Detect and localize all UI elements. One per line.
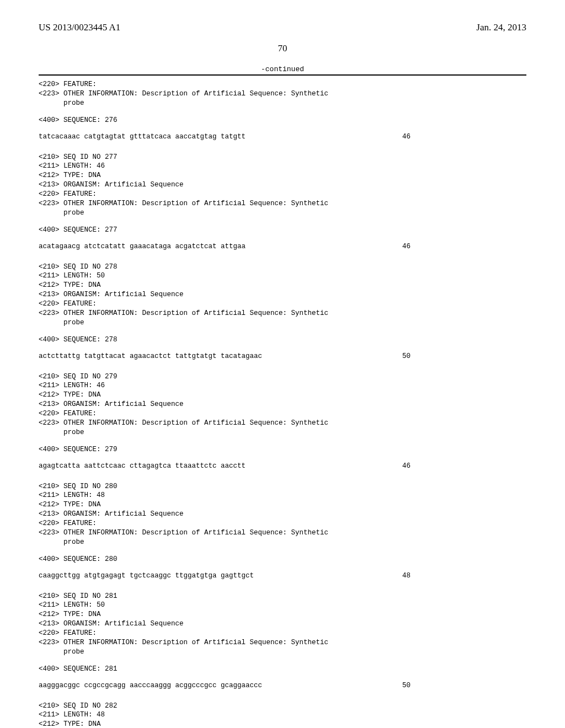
seq-meta: <210> SEQ ID NO 280 <211> LENGTH: 48 <21… bbox=[39, 482, 526, 547]
seq-length: 46 bbox=[402, 133, 526, 141]
seq-meta: <210> SEQ ID NO 277 <211> LENGTH: 46 <21… bbox=[39, 153, 526, 218]
seq-length: 46 bbox=[402, 243, 526, 250]
seq-text: caaggcttgg atgtgagagt tgctcaaggc ttggatg… bbox=[39, 572, 254, 580]
seq-meta: <210> SEQ ID NO 279 <211> LENGTH: 46 <21… bbox=[39, 372, 526, 437]
page-number: 70 bbox=[39, 43, 526, 54]
seq-header: <400> SEQUENCE: 280 bbox=[39, 555, 526, 564]
continued-label: -continued bbox=[39, 65, 526, 73]
seq-line: aagggacggc ccgccgcagg aacccaaggg acggccc… bbox=[39, 682, 526, 689]
seq-text: agagtcatta aattctcaac cttagagtca ttaaatt… bbox=[39, 462, 246, 470]
seq-meta: <210> SEQ ID NO 281 <211> LENGTH: 50 <21… bbox=[39, 592, 526, 657]
seq-header: <400> SEQUENCE: 279 bbox=[39, 445, 526, 454]
seq-length: 50 bbox=[402, 352, 526, 360]
publication-number: US 2013/0023445 A1 bbox=[39, 22, 120, 33]
seq-text: tatcacaaac catgtagtat gtttatcaca aaccatg… bbox=[39, 133, 246, 141]
seq-text: acatagaacg atctcatatt gaaacataga acgatct… bbox=[39, 243, 246, 250]
seq-length: 48 bbox=[402, 572, 526, 580]
seq-length: 46 bbox=[402, 462, 526, 470]
page-container: US 2013/0023445 A1 Jan. 24, 2013 70 -con… bbox=[0, 0, 565, 728]
section-divider bbox=[39, 74, 526, 76]
seq-meta: <220> FEATURE: <223> OTHER INFORMATION: … bbox=[39, 80, 526, 108]
seq-text: actcttattg tatgttacat agaacactct tattgta… bbox=[39, 352, 262, 360]
seq-header: <400> SEQUENCE: 276 bbox=[39, 116, 526, 125]
seq-line: agagtcatta aattctcaac cttagagtca ttaaatt… bbox=[39, 462, 526, 470]
seq-line: caaggcttgg atgtgagagt tgctcaaggc ttggatg… bbox=[39, 572, 526, 580]
seq-text: aagggacggc ccgccgcagg aacccaaggg acggccc… bbox=[39, 682, 262, 689]
seq-header: <400> SEQUENCE: 278 bbox=[39, 335, 526, 345]
seq-line: tatcacaaac catgtagtat gtttatcaca aaccatg… bbox=[39, 133, 526, 141]
seq-meta: <210> SEQ ID NO 278 <211> LENGTH: 50 <21… bbox=[39, 263, 526, 328]
seq-length: 50 bbox=[402, 682, 526, 689]
seq-header: <400> SEQUENCE: 281 bbox=[39, 665, 526, 674]
page-header: US 2013/0023445 A1 Jan. 24, 2013 bbox=[39, 22, 526, 33]
seq-header: <400> SEQUENCE: 277 bbox=[39, 226, 526, 235]
publication-date: Jan. 24, 2013 bbox=[476, 22, 526, 33]
seq-line: acatagaacg atctcatatt gaaacataga acgatct… bbox=[39, 243, 526, 250]
seq-line: actcttattg tatgttacat agaacactct tattgta… bbox=[39, 352, 526, 360]
seq-meta: <210> SEQ ID NO 282 <211> LENGTH: 48 <21… bbox=[39, 702, 526, 729]
